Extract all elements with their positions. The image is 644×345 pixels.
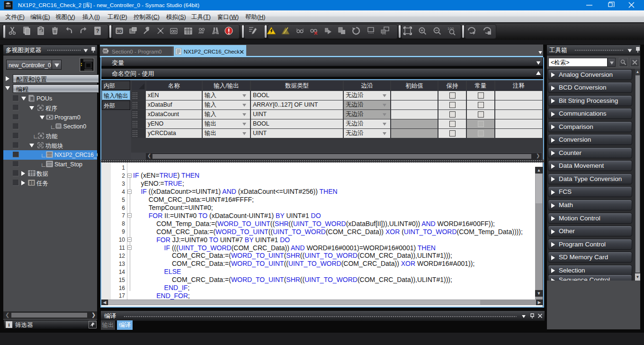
svg-text:3D: 3D (116, 29, 122, 34)
svg-text:?: ? (96, 28, 99, 34)
svg-text:1: 1 (373, 28, 375, 32)
